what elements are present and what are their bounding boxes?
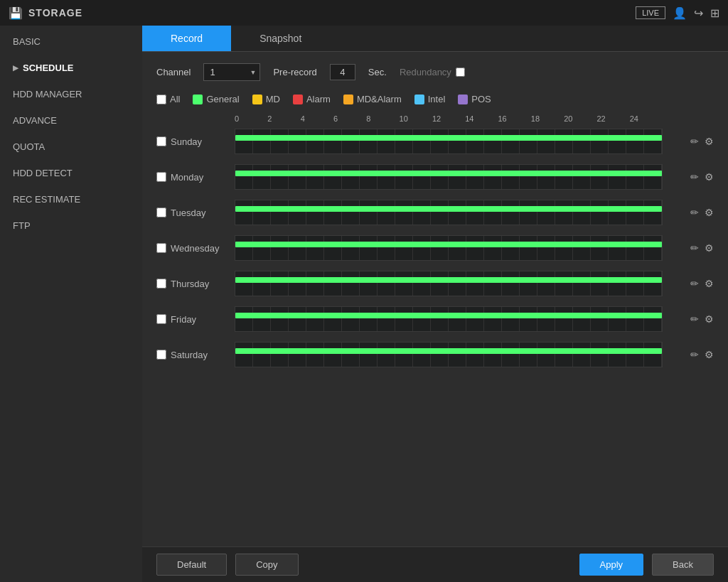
sunday-bar	[235, 135, 662, 141]
channel-select[interactable]: 1 2 3 4	[203, 63, 260, 81]
legend-mdalarm: MD&Alarm	[343, 94, 402, 104]
sidebar-label-advance: ADVANCE	[13, 115, 57, 126]
time-22: 22	[596, 114, 629, 123]
redundancy-checkbox[interactable]	[456, 68, 465, 77]
time-0: 0	[235, 114, 267, 123]
grid-icon[interactable]: ⊞	[710, 6, 719, 20]
sidebar-item-advance[interactable]: ADVANCE	[0, 107, 142, 134]
wednesday-settings-icon[interactable]: ⚙	[705, 242, 714, 254]
thursday-edit-icon[interactable]: ✏	[690, 278, 699, 289]
monday-timeline[interactable]	[235, 164, 663, 190]
day-row-tuesday: Tuesday	[156, 197, 714, 228]
sidebar-item-quota[interactable]: QUOTA	[0, 134, 142, 160]
monday-checkbox[interactable]	[156, 172, 166, 182]
sidebar: BASIC ▶ SCHEDULE HDD MANAGER ADVANCE QUO…	[0, 26, 142, 582]
tuesday-edit-icon[interactable]: ✏	[690, 207, 699, 218]
monday-grid	[235, 165, 662, 189]
back-button[interactable]: Back	[652, 554, 714, 576]
tuesday-grid	[235, 200, 662, 225]
content-area: Record Snapshot Channel 1 2 3 4 Pre-reco…	[142, 26, 728, 582]
friday-timeline[interactable]	[235, 306, 663, 332]
sidebar-item-hdd-manager[interactable]: HDD MANAGER	[0, 81, 142, 107]
saturday-label: Saturday	[171, 350, 208, 360]
apply-button[interactable]: Apply	[579, 554, 644, 576]
default-button[interactable]: Default	[156, 554, 227, 576]
copy-button[interactable]: Copy	[235, 554, 298, 576]
time-16: 16	[498, 114, 531, 123]
live-button[interactable]: LIVE	[636, 6, 665, 19]
sunday-actions: ✏ ⚙	[663, 136, 714, 147]
thursday-checkbox[interactable]	[156, 279, 166, 289]
sunday-edit-icon[interactable]: ✏	[690, 136, 699, 147]
sidebar-item-basic[interactable]: BASIC	[0, 28, 142, 55]
thursday-bar	[235, 277, 662, 283]
time-8: 8	[366, 114, 399, 123]
time-14: 14	[465, 114, 498, 123]
saturday-grid	[235, 343, 662, 367]
saturday-checkbox-group: Saturday	[156, 350, 235, 360]
saturday-settings-icon[interactable]: ⚙	[705, 349, 714, 360]
sidebar-item-schedule[interactable]: ▶ SCHEDULE	[0, 55, 142, 81]
tab-snapshot[interactable]: Snapshot	[231, 26, 330, 51]
arrow-icon: ▶	[13, 64, 18, 72]
thursday-timeline[interactable]	[235, 271, 663, 296]
tuesday-settings-icon[interactable]: ⚙	[705, 207, 714, 218]
friday-settings-icon[interactable]: ⚙	[705, 313, 714, 325]
tuesday-checkbox[interactable]	[156, 208, 166, 217]
thursday-checkbox-group: Thursday	[156, 279, 235, 289]
prerecord-unit: Sec.	[368, 67, 387, 77]
sidebar-item-rec-estimate[interactable]: REC ESTIMATE	[0, 186, 142, 212]
friday-checkbox-group: Friday	[156, 314, 235, 325]
monday-bar	[235, 171, 662, 176]
day-row-thursday: Thursday	[156, 268, 714, 299]
saturday-edit-icon[interactable]: ✏	[690, 349, 699, 360]
logout-icon[interactable]: ↪	[694, 6, 703, 20]
sunday-settings-icon[interactable]: ⚙	[705, 136, 714, 147]
sidebar-label-schedule: SCHEDULE	[23, 63, 74, 73]
redundancy-group: Redundancy	[400, 67, 465, 77]
legend-row: All General MD Alarm MD&Alarm	[156, 94, 714, 104]
legend-alarm-label: Alarm	[306, 94, 331, 104]
mdalarm-color	[343, 95, 353, 104]
friday-checkbox[interactable]	[156, 314, 166, 324]
wednesday-timeline[interactable]	[235, 235, 663, 261]
legend-intel-label: Intel	[428, 94, 446, 104]
saturday-timeline[interactable]	[235, 342, 663, 367]
time-2: 2	[267, 114, 300, 123]
controls-row: Channel 1 2 3 4 Pre-record 4 Sec. Redund…	[156, 63, 714, 81]
saturday-checkbox[interactable]	[156, 350, 166, 360]
top-bar-right: LIVE 👤 ↪ ⊞	[636, 6, 719, 20]
monday-settings-icon[interactable]: ⚙	[705, 171, 714, 183]
friday-edit-icon[interactable]: ✏	[690, 313, 699, 325]
monday-edit-icon[interactable]: ✏	[690, 171, 699, 183]
sunday-timeline[interactable]	[235, 129, 663, 154]
footer-right: Apply Back	[579, 554, 714, 576]
time-axis: 0 2 4 6 8 10 12 14 16 18 20 22 24	[235, 114, 663, 123]
all-checkbox[interactable]	[156, 95, 166, 104]
wednesday-edit-icon[interactable]: ✏	[690, 242, 699, 254]
redundancy-label: Redundancy	[400, 67, 451, 77]
tuesday-timeline[interactable]	[235, 200, 663, 225]
prerecord-input[interactable]: 4	[330, 64, 355, 80]
sidebar-label-hdd-detect: HDD DETECT	[13, 168, 73, 178]
day-row-wednesday: Wednesday	[156, 232, 714, 264]
tuesday-bar	[235, 206, 662, 212]
wednesday-checkbox[interactable]	[156, 243, 166, 253]
day-row-saturday: Saturday	[156, 339, 714, 370]
md-color	[252, 95, 262, 104]
user-icon[interactable]: 👤	[673, 6, 687, 20]
legend-general: General	[193, 94, 239, 104]
tab-record[interactable]: Record	[142, 26, 231, 51]
time-4: 4	[301, 114, 333, 123]
thursday-settings-icon[interactable]: ⚙	[705, 278, 714, 289]
sidebar-label-quota: QUOTA	[13, 141, 45, 152]
sidebar-item-ftp[interactable]: FTP	[0, 212, 142, 239]
time-24: 24	[630, 114, 663, 123]
sidebar-item-hdd-detect[interactable]: HDD DETECT	[0, 160, 142, 186]
general-color	[193, 95, 203, 104]
day-row-sunday: Sunday	[156, 126, 714, 157]
legend-all: All	[156, 94, 180, 104]
schedule-grid: Sunday	[156, 126, 714, 370]
wednesday-grid	[235, 236, 662, 260]
sunday-checkbox[interactable]	[156, 136, 166, 146]
